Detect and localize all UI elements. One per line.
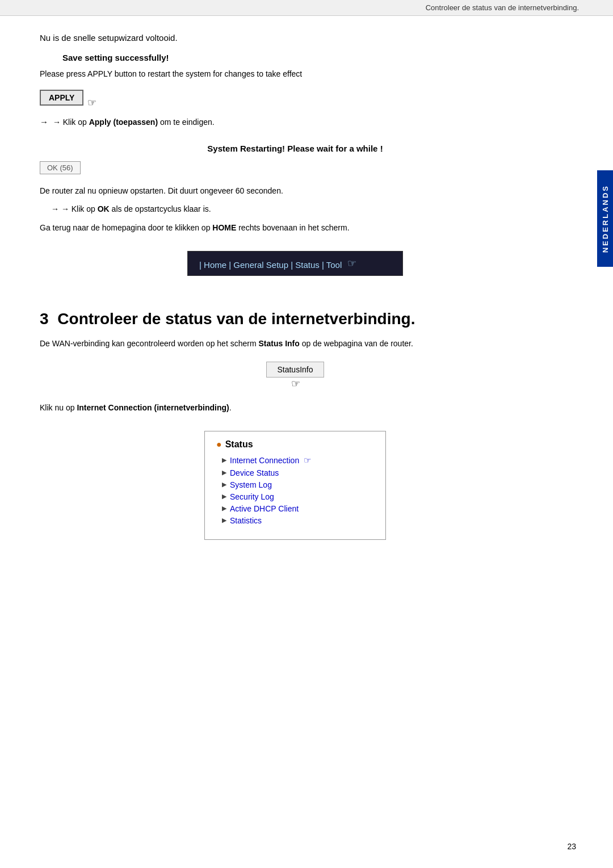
system-restarting-heading: System Restarting! Please wait for a whi… — [40, 144, 551, 153]
restart-text: De router zal nu opnieuw opstarten. Dit … — [40, 184, 551, 197]
status-circle-icon: ● — [216, 439, 222, 450]
status-menu: ▶ Internet Connection ☞ ▶ Device Status … — [216, 455, 374, 525]
section3-title: 3 Controleer de status van de internetve… — [40, 310, 551, 328]
triangle-icon: ▶ — [222, 493, 226, 500]
list-item[interactable]: ▶ Security Log — [222, 492, 374, 501]
status-info-button[interactable]: StatusInfo — [266, 362, 324, 378]
section-3: 3 Controleer de status van de internetve… — [40, 310, 551, 551]
triangle-icon: ▶ — [222, 469, 226, 476]
breadcrumb: Controleer de status van de internetverb… — [0, 0, 613, 16]
list-item[interactable]: ▶ Active DHCP Client — [222, 504, 374, 513]
ok-button[interactable]: OK (56) — [40, 161, 81, 174]
status-panel: ● Status ▶ Internet Connection ☞ ▶ Devic… — [204, 431, 386, 540]
cursor-icon-home: ☞ — [347, 258, 356, 269]
apply-button[interactable]: APPLY — [40, 90, 83, 106]
click-instruction: Klik nu op Internet Connection (internet… — [40, 401, 551, 414]
apply-arrow-instruction: → → Klik op Apply (toepassen) om te eind… — [40, 117, 551, 127]
side-tab-label: NEDERLANDS — [601, 184, 610, 253]
cursor-icon-internet: ☞ — [304, 455, 311, 466]
nav-bar-image: | Home | General Setup | Status | Tool ☞ — [187, 251, 403, 276]
list-item[interactable]: ▶ Statistics — [222, 516, 374, 525]
list-item[interactable]: ▶ Device Status — [222, 468, 374, 477]
cursor-icon-status: ☞ — [291, 378, 300, 390]
status-panel-title: ● Status — [216, 439, 374, 450]
page-number: 23 — [567, 842, 576, 851]
home-instruction: Ga terug naar de homepagina door te klik… — [40, 221, 551, 234]
triangle-icon: ▶ — [222, 456, 226, 464]
triangle-icon: ▶ — [222, 517, 226, 524]
ok-instruction: → → Klik op OK als de opstartcyclus klaa… — [51, 203, 551, 215]
save-success-label: Save setting successfully! — [62, 53, 551, 62]
side-tab: NEDERLANDS — [597, 170, 613, 267]
wan-text: De WAN-verbinding kan gecontroleerd word… — [40, 337, 551, 350]
intro-text: Nu is de snelle setupwizard voltooid. — [40, 33, 551, 43]
list-item[interactable]: ▶ System Log — [222, 480, 374, 489]
triangle-icon: ▶ — [222, 505, 226, 512]
list-item[interactable]: ▶ Internet Connection ☞ — [222, 455, 374, 466]
triangle-icon: ▶ — [222, 481, 226, 488]
status-info-button-area: StatusInfo ☞ — [40, 362, 551, 390]
cursor-icon-apply: ☞ — [87, 97, 96, 108]
apply-instruction-text: Please press APPLY button to restart the… — [40, 69, 551, 78]
